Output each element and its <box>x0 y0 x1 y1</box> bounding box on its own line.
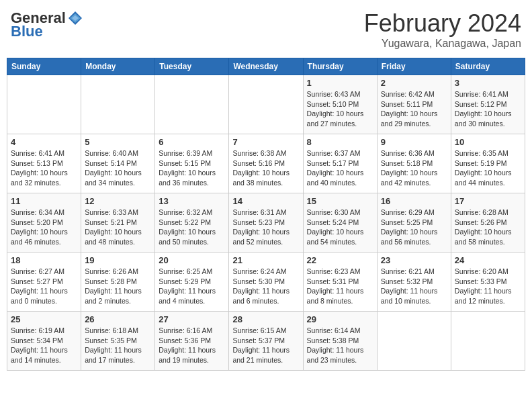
day-info: Sunrise: 6:34 AM Sunset: 5:20 PM Dayligh… <box>11 208 77 247</box>
page-title: February 2024 <box>364 9 521 38</box>
day-number: 2 <box>381 78 447 88</box>
weekday-header-thursday: Thursday <box>303 58 377 75</box>
day-number: 12 <box>85 196 151 206</box>
calendar-cell: 3Sunrise: 6:41 AM Sunset: 5:12 PM Daylig… <box>451 75 525 134</box>
day-number: 20 <box>159 255 225 265</box>
day-number: 3 <box>455 78 521 88</box>
day-number: 14 <box>232 196 299 206</box>
day-number: 28 <box>232 314 299 324</box>
calendar-cell <box>377 312 451 371</box>
calendar-cell: 14Sunrise: 6:31 AM Sunset: 5:23 PM Dayli… <box>229 193 303 253</box>
calendar-week-row: 4Sunrise: 6:41 AM Sunset: 5:13 PM Daylig… <box>7 134 525 193</box>
day-number: 13 <box>159 196 225 206</box>
day-number: 9 <box>381 137 447 147</box>
day-info: Sunrise: 6:41 AM Sunset: 5:12 PM Dayligh… <box>455 89 521 129</box>
day-info: Sunrise: 6:43 AM Sunset: 5:10 PM Dayligh… <box>307 89 373 129</box>
day-number: 23 <box>381 255 447 265</box>
day-info: Sunrise: 6:36 AM Sunset: 5:18 PM Dayligh… <box>381 148 447 188</box>
day-info: Sunrise: 6:35 AM Sunset: 5:19 PM Dayligh… <box>455 148 521 188</box>
day-info: Sunrise: 6:31 AM Sunset: 5:23 PM Dayligh… <box>232 208 299 247</box>
day-info: Sunrise: 6:25 AM Sunset: 5:29 PM Dayligh… <box>159 267 225 306</box>
day-info: Sunrise: 6:33 AM Sunset: 5:21 PM Dayligh… <box>85 208 151 247</box>
weekday-header-friday: Friday <box>377 58 451 75</box>
calendar-cell: 26Sunrise: 6:18 AM Sunset: 5:35 PM Dayli… <box>81 312 155 371</box>
weekday-header-sunday: Sunday <box>7 58 81 75</box>
page-subtitle: Yugawara, Kanagawa, Japan <box>364 38 521 50</box>
day-number: 7 <box>232 137 299 147</box>
day-number: 16 <box>381 196 447 206</box>
calendar-cell: 10Sunrise: 6:35 AM Sunset: 5:19 PM Dayli… <box>451 134 525 193</box>
day-number: 27 <box>159 314 225 324</box>
day-number: 19 <box>85 255 151 265</box>
weekday-header-monday: Monday <box>81 58 155 75</box>
day-info: Sunrise: 6:37 AM Sunset: 5:17 PM Dayligh… <box>307 148 373 188</box>
day-number: 10 <box>455 137 521 147</box>
calendar-week-row: 18Sunrise: 6:27 AM Sunset: 5:27 PM Dayli… <box>7 253 525 312</box>
calendar-cell: 28Sunrise: 6:15 AM Sunset: 5:37 PM Dayli… <box>229 312 303 371</box>
calendar-cell: 2Sunrise: 6:42 AM Sunset: 5:11 PM Daylig… <box>377 75 451 134</box>
day-info: Sunrise: 6:20 AM Sunset: 5:33 PM Dayligh… <box>455 267 521 306</box>
calendar-cell: 24Sunrise: 6:20 AM Sunset: 5:33 PM Dayli… <box>451 253 525 312</box>
day-number: 5 <box>85 137 151 147</box>
day-info: Sunrise: 6:23 AM Sunset: 5:31 PM Dayligh… <box>307 267 373 306</box>
calendar-cell: 27Sunrise: 6:16 AM Sunset: 5:36 PM Dayli… <box>155 312 229 371</box>
weekday-header-wednesday: Wednesday <box>229 58 303 75</box>
logo: General Blue <box>11 9 83 40</box>
title-block: February 2024 Yugawara, Kanagawa, Japan <box>364 9 521 50</box>
day-number: 17 <box>455 196 521 206</box>
day-info: Sunrise: 6:27 AM Sunset: 5:27 PM Dayligh… <box>11 267 77 306</box>
calendar-cell: 1Sunrise: 6:43 AM Sunset: 5:10 PM Daylig… <box>303 75 377 134</box>
weekday-header-row: SundayMondayTuesdayWednesdayThursdayFrid… <box>7 58 525 75</box>
day-number: 11 <box>11 196 77 206</box>
day-info: Sunrise: 6:15 AM Sunset: 5:37 PM Dayligh… <box>232 326 299 365</box>
calendar-cell <box>7 75 81 134</box>
day-info: Sunrise: 6:14 AM Sunset: 5:38 PM Dayligh… <box>307 326 373 365</box>
day-info: Sunrise: 6:42 AM Sunset: 5:11 PM Dayligh… <box>381 89 447 129</box>
calendar-cell <box>81 75 155 134</box>
calendar-cell: 16Sunrise: 6:29 AM Sunset: 5:25 PM Dayli… <box>377 193 451 253</box>
calendar-cell: 15Sunrise: 6:30 AM Sunset: 5:24 PM Dayli… <box>303 193 377 253</box>
calendar-cell <box>155 75 229 134</box>
day-number: 24 <box>455 255 521 265</box>
calendar-cell <box>451 312 525 371</box>
calendar-cell: 29Sunrise: 6:14 AM Sunset: 5:38 PM Dayli… <box>303 312 377 371</box>
calendar-cell: 17Sunrise: 6:28 AM Sunset: 5:26 PM Dayli… <box>451 193 525 253</box>
calendar-week-row: 25Sunrise: 6:19 AM Sunset: 5:34 PM Dayli… <box>7 312 525 371</box>
logo-blue: Blue <box>11 23 43 40</box>
day-info: Sunrise: 6:21 AM Sunset: 5:32 PM Dayligh… <box>381 267 447 306</box>
day-number: 26 <box>85 314 151 324</box>
calendar-cell: 9Sunrise: 6:36 AM Sunset: 5:18 PM Daylig… <box>377 134 451 193</box>
calendar-cell <box>229 75 303 134</box>
day-info: Sunrise: 6:39 AM Sunset: 5:15 PM Dayligh… <box>159 148 225 188</box>
day-number: 25 <box>11 314 77 324</box>
day-number: 4 <box>11 137 77 147</box>
calendar-cell: 21Sunrise: 6:24 AM Sunset: 5:30 PM Dayli… <box>229 253 303 312</box>
calendar-cell: 19Sunrise: 6:26 AM Sunset: 5:28 PM Dayli… <box>81 253 155 312</box>
day-info: Sunrise: 6:32 AM Sunset: 5:22 PM Dayligh… <box>159 208 225 247</box>
calendar-cell: 13Sunrise: 6:32 AM Sunset: 5:22 PM Dayli… <box>155 193 229 253</box>
day-info: Sunrise: 6:29 AM Sunset: 5:25 PM Dayligh… <box>381 208 447 247</box>
calendar-cell: 6Sunrise: 6:39 AM Sunset: 5:15 PM Daylig… <box>155 134 229 193</box>
day-info: Sunrise: 6:41 AM Sunset: 5:13 PM Dayligh… <box>11 148 77 188</box>
calendar-cell: 20Sunrise: 6:25 AM Sunset: 5:29 PM Dayli… <box>155 253 229 312</box>
weekday-header-saturday: Saturday <box>451 58 525 75</box>
day-number: 18 <box>11 255 77 265</box>
calendar-body: 1Sunrise: 6:43 AM Sunset: 5:10 PM Daylig… <box>7 75 525 371</box>
calendar-header: SundayMondayTuesdayWednesdayThursdayFrid… <box>7 58 525 75</box>
logo-icon <box>67 10 83 26</box>
day-number: 22 <box>307 255 373 265</box>
day-info: Sunrise: 6:30 AM Sunset: 5:24 PM Dayligh… <box>307 208 373 247</box>
day-number: 8 <box>307 137 373 147</box>
weekday-header-tuesday: Tuesday <box>155 58 229 75</box>
day-info: Sunrise: 6:40 AM Sunset: 5:14 PM Dayligh… <box>85 148 151 188</box>
day-info: Sunrise: 6:16 AM Sunset: 5:36 PM Dayligh… <box>159 326 225 365</box>
day-info: Sunrise: 6:26 AM Sunset: 5:28 PM Dayligh… <box>85 267 151 306</box>
day-info: Sunrise: 6:38 AM Sunset: 5:16 PM Dayligh… <box>232 148 299 188</box>
calendar-week-row: 11Sunrise: 6:34 AM Sunset: 5:20 PM Dayli… <box>7 193 525 253</box>
calendar-cell: 4Sunrise: 6:41 AM Sunset: 5:13 PM Daylig… <box>7 134 81 193</box>
day-info: Sunrise: 6:24 AM Sunset: 5:30 PM Dayligh… <box>232 267 299 306</box>
day-info: Sunrise: 6:28 AM Sunset: 5:26 PM Dayligh… <box>455 208 521 247</box>
day-number: 21 <box>232 255 299 265</box>
calendar-cell: 11Sunrise: 6:34 AM Sunset: 5:20 PM Dayli… <box>7 193 81 253</box>
calendar-week-row: 1Sunrise: 6:43 AM Sunset: 5:10 PM Daylig… <box>7 75 525 134</box>
